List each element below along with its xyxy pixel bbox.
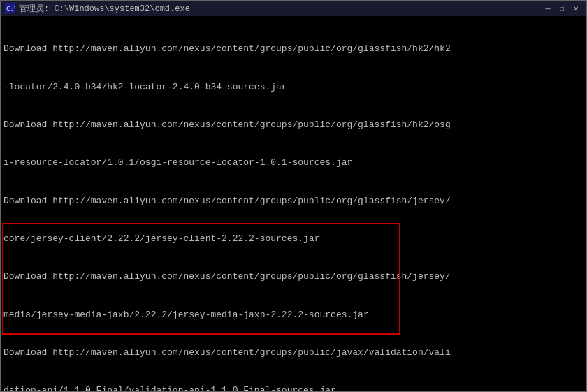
console-line: Download http://maven.aliyun.com/nexus/c…	[3, 43, 584, 55]
console-text-block: Download http://maven.aliyun.com/nexus/c…	[3, 17, 584, 391]
minimize-button[interactable]: ─	[542, 3, 554, 14]
console-line: media/jersey-media-jaxb/2.22.2/jersey-me…	[3, 309, 584, 321]
console-line: dation-api/1.1.0.Final/validation-api-1.…	[3, 384, 584, 391]
console-line: -locator/2.4.0-b34/hk2-locator-2.4.0-b34…	[3, 81, 584, 94]
console-line: core/jersey-client/2.22.2/jersey-client-…	[3, 233, 584, 245]
title-bar-left: C:\ 管理员: C:\Windows\system32\cmd.exe	[5, 3, 190, 15]
console-line: Download http://maven.aliyun.com/nexus/c…	[3, 347, 584, 359]
window-controls: ─ □ ✕	[542, 3, 582, 14]
title-bar: C:\ 管理员: C:\Windows\system32\cmd.exe ─ □…	[1, 1, 586, 16]
console-line: Download http://maven.aliyun.com/nexus/c…	[3, 270, 584, 283]
console-line: Download http://maven.aliyun.com/nexus/c…	[3, 195, 584, 208]
console-line: i-resource-locator/1.0.1/osgi-resource-l…	[3, 157, 584, 169]
console-line: Download http://maven.aliyun.com/nexus/c…	[3, 119, 584, 131]
window-title: 管理员: C:\Windows\system32\cmd.exe	[19, 3, 190, 15]
cmd-icon: C:\	[5, 3, 15, 13]
svg-text:C:\: C:\	[6, 6, 15, 13]
maximize-button[interactable]: □	[556, 3, 568, 14]
cmd-window: C:\ 管理员: C:\Windows\system32\cmd.exe ─ □…	[0, 0, 587, 392]
close-button[interactable]: ✕	[570, 3, 582, 14]
console-output: Download http://maven.aliyun.com/nexus/c…	[1, 16, 586, 391]
